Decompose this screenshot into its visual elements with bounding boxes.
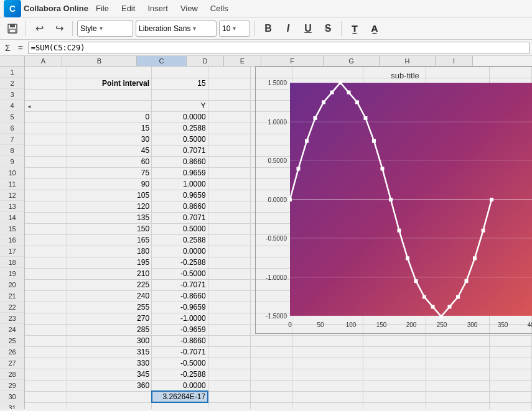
cell-5-3[interactable] bbox=[208, 111, 250, 122]
col-header-f[interactable]: F bbox=[261, 56, 324, 66]
col-header-g[interactable]: G bbox=[324, 56, 380, 66]
cell-26-8[interactable] bbox=[490, 346, 532, 358]
cell-31-0[interactable] bbox=[25, 402, 67, 409]
cell-30-2[interactable]: 3.26264E-17 bbox=[152, 391, 208, 402]
cell-30-4[interactable] bbox=[250, 391, 292, 402]
cell-28-7[interactable] bbox=[426, 369, 490, 380]
cell-22-1[interactable]: 255 bbox=[67, 302, 152, 313]
cell-20-0[interactable] bbox=[25, 279, 67, 290]
cell-23-1[interactable]: 270 bbox=[67, 313, 152, 324]
col-header-a[interactable]: A bbox=[25, 56, 62, 66]
cell-10-1[interactable]: 75 bbox=[67, 167, 152, 178]
cell-30-3[interactable] bbox=[208, 391, 250, 402]
cell-25-3[interactable] bbox=[208, 335, 250, 346]
cell-11-3[interactable] bbox=[208, 178, 250, 190]
cell-16-3[interactable] bbox=[208, 234, 250, 246]
cell-29-5[interactable] bbox=[292, 380, 363, 391]
col-header-i[interactable]: I bbox=[436, 56, 473, 66]
cell-29-1[interactable]: 360 bbox=[67, 380, 152, 391]
cell-8-3[interactable] bbox=[208, 145, 250, 156]
format-extra[interactable]: T̲ bbox=[346, 20, 363, 37]
italic-button[interactable]: I bbox=[279, 20, 297, 37]
cell-3-2[interactable] bbox=[152, 89, 208, 100]
col-header-e[interactable]: E bbox=[224, 56, 261, 66]
cell-8-1[interactable]: 45 bbox=[67, 145, 152, 156]
cell-26-4[interactable] bbox=[250, 346, 292, 358]
cell-4-2[interactable]: Y bbox=[152, 100, 208, 111]
cell-12-0[interactable] bbox=[25, 190, 67, 201]
save-button[interactable] bbox=[4, 20, 21, 37]
cell-11-1[interactable]: 90 bbox=[67, 178, 152, 190]
cell-28-1[interactable]: 345 bbox=[67, 369, 152, 380]
cell-28-4[interactable] bbox=[250, 369, 292, 380]
cell-27-2[interactable]: -0.5000 bbox=[152, 358, 208, 369]
cell-19-0[interactable] bbox=[25, 268, 67, 279]
cell-17-2[interactable]: 0.0000 bbox=[152, 246, 208, 257]
cell-15-0[interactable] bbox=[25, 223, 67, 234]
cell-28-8[interactable] bbox=[490, 369, 532, 380]
cell-31-5[interactable] bbox=[292, 402, 363, 409]
cell-27-6[interactable] bbox=[363, 358, 426, 369]
cell-12-2[interactable]: 0.9659 bbox=[152, 190, 208, 201]
size-select[interactable]: 10 ▾ bbox=[219, 21, 250, 37]
cell-25-7[interactable] bbox=[426, 335, 490, 346]
cell-1-3[interactable] bbox=[208, 67, 250, 78]
cell-23-0[interactable] bbox=[25, 313, 67, 324]
cell-31-4[interactable] bbox=[250, 402, 292, 409]
cell-30-8[interactable] bbox=[490, 391, 532, 402]
cell-31-6[interactable] bbox=[363, 402, 426, 409]
cell-29-8[interactable] bbox=[490, 380, 532, 391]
cell-20-2[interactable]: -0.7071 bbox=[152, 279, 208, 290]
cell-14-2[interactable]: 0.7071 bbox=[152, 212, 208, 223]
cell-27-4[interactable] bbox=[250, 358, 292, 369]
cell-14-3[interactable] bbox=[208, 212, 250, 223]
cell-26-0[interactable] bbox=[25, 346, 67, 358]
cell-1-2[interactable] bbox=[152, 67, 208, 78]
cell-2-1[interactable]: Point interval bbox=[67, 78, 152, 89]
cell-30-5[interactable] bbox=[292, 391, 363, 402]
cell-16-0[interactable] bbox=[25, 234, 67, 246]
menu-cells[interactable]: Cells bbox=[208, 2, 231, 14]
cell-28-3[interactable] bbox=[208, 369, 250, 380]
cell-17-1[interactable]: 180 bbox=[67, 246, 152, 257]
cell-9-0[interactable] bbox=[25, 156, 67, 167]
cell-22-3[interactable] bbox=[208, 302, 250, 313]
col-header-b[interactable]: B bbox=[62, 56, 137, 66]
formula-input[interactable] bbox=[28, 42, 530, 54]
cell-30-1[interactable] bbox=[67, 391, 152, 402]
cell-26-1[interactable]: 315 bbox=[67, 346, 152, 358]
cell-26-7[interactable] bbox=[426, 346, 490, 358]
cell-25-5[interactable] bbox=[292, 335, 363, 346]
cell-27-3[interactable] bbox=[208, 358, 250, 369]
underline-button[interactable]: U bbox=[299, 20, 317, 37]
cell-10-0[interactable] bbox=[25, 167, 67, 178]
cell-5-2[interactable]: 0.0000 bbox=[152, 111, 208, 122]
cell-3-0[interactable] bbox=[25, 89, 67, 100]
cell-26-3[interactable] bbox=[208, 346, 250, 358]
cell-13-2[interactable]: 0.8660 bbox=[152, 201, 208, 212]
cell-15-3[interactable] bbox=[208, 223, 250, 234]
cell-6-1[interactable]: 15 bbox=[67, 122, 152, 134]
undo-button[interactable]: ↩ bbox=[30, 20, 48, 37]
cell-20-1[interactable]: 225 bbox=[67, 279, 152, 290]
cell-30-0[interactable] bbox=[25, 391, 67, 402]
cell-21-2[interactable]: -0.8660 bbox=[152, 290, 208, 302]
cell-24-0[interactable] bbox=[25, 324, 67, 335]
cell-20-3[interactable] bbox=[208, 279, 250, 290]
cell-27-8[interactable] bbox=[490, 358, 532, 369]
cell-19-2[interactable]: -0.5000 bbox=[152, 268, 208, 279]
style-select[interactable]: Style ▾ bbox=[77, 21, 133, 37]
cell-24-1[interactable]: 285 bbox=[67, 324, 152, 335]
cell-18-3[interactable] bbox=[208, 257, 250, 268]
cell-15-2[interactable]: 0.5000 bbox=[152, 223, 208, 234]
cell-18-0[interactable] bbox=[25, 257, 67, 268]
cell-31-2[interactable] bbox=[152, 402, 208, 409]
strikethrough-button[interactable]: S bbox=[319, 20, 337, 37]
menu-insert[interactable]: Insert bbox=[145, 2, 170, 14]
cell-15-1[interactable]: 150 bbox=[67, 223, 152, 234]
menu-file[interactable]: File bbox=[93, 2, 111, 14]
cell-29-0[interactable] bbox=[25, 380, 67, 391]
cell-4-3[interactable] bbox=[208, 100, 250, 111]
cell-4-0[interactable]: ◄ bbox=[25, 100, 67, 111]
cell-21-3[interactable] bbox=[208, 290, 250, 302]
